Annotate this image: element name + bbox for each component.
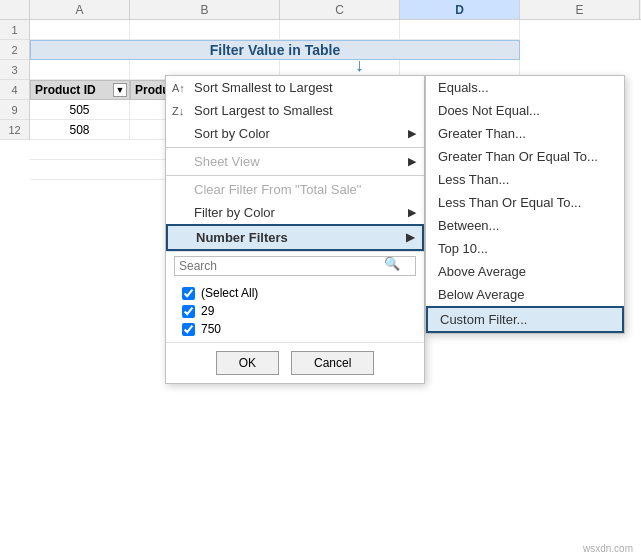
menu-buttons: OK Cancel bbox=[166, 342, 424, 383]
row-header-3: 3 bbox=[0, 60, 29, 80]
search-box-wrap: 🔍 bbox=[166, 251, 424, 280]
context-menu: A↑ Sort Smallest to Largest Z↓ Sort Larg… bbox=[165, 75, 425, 384]
submenu-less-than[interactable]: Less Than... bbox=[426, 168, 624, 191]
grid-row-2: Filter Value in Table bbox=[30, 40, 641, 60]
submenu-greater-than[interactable]: Greater Than... bbox=[426, 122, 624, 145]
submenu-not-equal[interactable]: Does Not Equal... bbox=[426, 99, 624, 122]
submenu-above-avg-label: Above Average bbox=[438, 264, 526, 279]
row-header-4: 4 bbox=[0, 80, 29, 100]
checkbox-29[interactable]: 29 bbox=[182, 302, 416, 320]
cell-1-c bbox=[130, 20, 280, 40]
menu-sheet-view: Sheet View ▶ bbox=[166, 150, 424, 173]
cancel-button[interactable]: Cancel bbox=[291, 351, 374, 375]
search-icon: 🔍 bbox=[384, 256, 400, 271]
submenu-between[interactable]: Between... bbox=[426, 214, 624, 237]
col-header-c: C bbox=[280, 0, 400, 19]
title-cell: Filter Value in Table bbox=[30, 40, 520, 60]
submenu-below-avg[interactable]: Below Average bbox=[426, 283, 624, 306]
header-product-id[interactable]: Product ID ▼ bbox=[30, 80, 130, 100]
menu-clear-filter-label: Clear Filter From "Total Sale" bbox=[194, 182, 361, 197]
col-header-d: D bbox=[400, 0, 520, 19]
checkbox-select-all[interactable]: (Select All) bbox=[182, 284, 416, 302]
sort-desc-icon: Z↓ bbox=[172, 105, 184, 117]
col-header-e: E bbox=[520, 0, 640, 19]
checkbox-750-label: 750 bbox=[201, 322, 221, 336]
cell-3-b bbox=[30, 60, 130, 80]
submenu-less-than-label: Less Than... bbox=[438, 172, 509, 187]
header-product-id-label: Product ID bbox=[35, 83, 96, 97]
checkbox-29-input[interactable] bbox=[182, 305, 195, 318]
menu-number-filters[interactable]: Number Filters ▶ bbox=[166, 224, 424, 251]
cell-12-b: 508 bbox=[30, 120, 130, 140]
menu-sep-1 bbox=[166, 147, 424, 148]
menu-filter-color[interactable]: Filter by Color ▶ bbox=[166, 201, 424, 224]
submenu-custom-filter[interactable]: Custom Filter... bbox=[426, 306, 624, 333]
checkbox-750-input[interactable] bbox=[182, 323, 195, 336]
menu-filter-color-label: Filter by Color bbox=[194, 205, 275, 220]
submenu: Equals... Does Not Equal... Greater Than… bbox=[425, 75, 625, 334]
checkbox-select-all-label: (Select All) bbox=[201, 286, 258, 300]
submenu-greater-than-label: Greater Than... bbox=[438, 126, 526, 141]
cell-1-d bbox=[280, 20, 400, 40]
column-headers: A B C D E bbox=[0, 0, 641, 20]
col-header-index bbox=[0, 0, 30, 19]
row-headers: 1 2 3 4 9 12 bbox=[0, 20, 30, 140]
checkbox-select-all-input[interactable] bbox=[182, 287, 195, 300]
submenu-between-label: Between... bbox=[438, 218, 499, 233]
row-header-2: 2 bbox=[0, 40, 29, 60]
cell-9-b: 505 bbox=[30, 100, 130, 120]
submenu-below-avg-label: Below Average bbox=[438, 287, 525, 302]
col-header-a: A bbox=[30, 0, 130, 19]
menu-sort-largest[interactable]: Z↓ Sort Largest to Smallest bbox=[166, 99, 424, 122]
filter-btn-product-id[interactable]: ▼ bbox=[113, 83, 127, 97]
menu-sort-color[interactable]: Sort by Color ▶ bbox=[166, 122, 424, 145]
menu-sep-2 bbox=[166, 175, 424, 176]
submenu-custom-filter-label: Custom Filter... bbox=[440, 312, 527, 327]
ok-button[interactable]: OK bbox=[216, 351, 279, 375]
submenu-equals[interactable]: Equals... bbox=[426, 76, 624, 99]
submenu-greater-equal[interactable]: Greater Than Or Equal To... bbox=[426, 145, 624, 168]
cell-1-e bbox=[400, 20, 520, 40]
menu-sort-color-label: Sort by Color bbox=[194, 126, 270, 141]
filter-color-arrow-icon: ▶ bbox=[408, 206, 416, 219]
search-container: 🔍 bbox=[174, 256, 416, 276]
watermark: wsxdn.com bbox=[583, 543, 633, 554]
checkbox-29-label: 29 bbox=[201, 304, 214, 318]
submenu-top10-label: Top 10... bbox=[438, 241, 488, 256]
sheet-view-arrow-icon: ▶ bbox=[408, 155, 416, 168]
menu-clear-filter: Clear Filter From "Total Sale" bbox=[166, 178, 424, 201]
menu-sheet-view-label: Sheet View bbox=[194, 154, 260, 169]
menu-sort-smallest[interactable]: A↑ Sort Smallest to Largest bbox=[166, 76, 424, 99]
submenu-less-equal-label: Less Than Or Equal To... bbox=[438, 195, 581, 210]
blue-arrow-indicator: ↓ bbox=[355, 55, 364, 76]
menu-number-filters-label: Number Filters bbox=[196, 230, 288, 245]
row-header-9: 9 bbox=[0, 100, 29, 120]
grid-row-1 bbox=[30, 20, 641, 40]
checkbox-list: (Select All) 29 750 bbox=[166, 280, 424, 342]
submenu-less-equal[interactable]: Less Than Or Equal To... bbox=[426, 191, 624, 214]
sort-color-arrow-icon: ▶ bbox=[408, 127, 416, 140]
spreadsheet: A B C D E 1 2 3 4 9 12 Filter Value in T… bbox=[0, 0, 641, 558]
cell-1-b bbox=[30, 20, 130, 40]
col-header-b: B bbox=[130, 0, 280, 19]
menu-sort-largest-label: Sort Largest to Smallest bbox=[194, 103, 333, 118]
submenu-top10[interactable]: Top 10... bbox=[426, 237, 624, 260]
submenu-not-equal-label: Does Not Equal... bbox=[438, 103, 540, 118]
row-header-1: 1 bbox=[0, 20, 29, 40]
sort-asc-icon: A↑ bbox=[172, 82, 185, 94]
checkbox-750[interactable]: 750 bbox=[182, 320, 416, 338]
row-header-12: 12 bbox=[0, 120, 29, 140]
number-filters-arrow-icon: ▶ bbox=[406, 231, 414, 244]
submenu-equals-label: Equals... bbox=[438, 80, 489, 95]
submenu-above-avg[interactable]: Above Average bbox=[426, 260, 624, 283]
spreadsheet-title: Filter Value in Table bbox=[210, 42, 340, 58]
search-input[interactable] bbox=[174, 256, 416, 276]
menu-sort-smallest-label: Sort Smallest to Largest bbox=[194, 80, 333, 95]
submenu-greater-equal-label: Greater Than Or Equal To... bbox=[438, 149, 598, 164]
